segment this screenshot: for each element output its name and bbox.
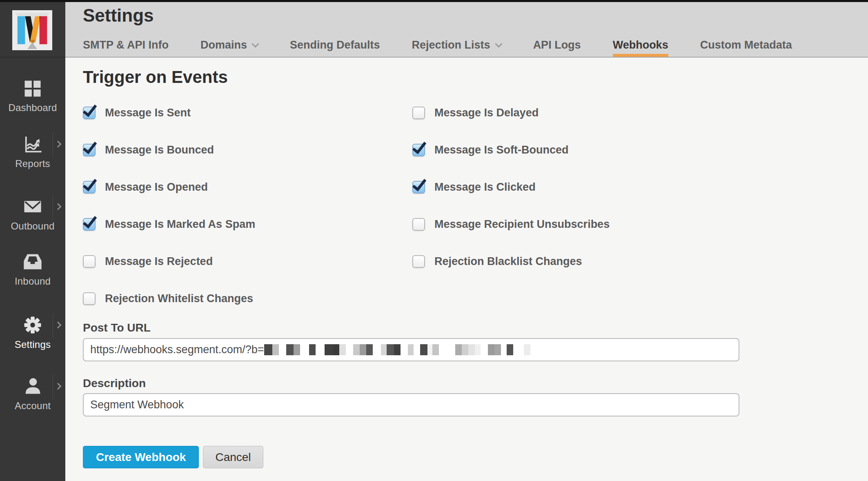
inbound-tray-icon: [0, 250, 65, 273]
redacted-block: [272, 344, 279, 355]
description-label: Description: [83, 377, 146, 390]
redacted-block: [468, 344, 475, 355]
redacted-block: [264, 344, 272, 355]
redacted-gap: [316, 344, 325, 355]
header: Settings SMTP & API Info Domains Sending…: [65, 2, 868, 58]
redacted-block: [420, 344, 427, 355]
redacted-block: [427, 344, 432, 355]
tab-webhooks[interactable]: Webhooks: [613, 33, 668, 57]
sidebar-item-inbound[interactable]: Inbound: [0, 250, 65, 287]
event-option-rejection-whitelist-changes: Rejection Whitelist Changes: [83, 280, 412, 317]
checkbox-message-is-rejected[interactable]: [83, 255, 96, 268]
checkbox-rejection-blacklist-changes[interactable]: [412, 255, 425, 268]
mandrill-logo[interactable]: [12, 10, 52, 50]
event-option-message-is-soft-bounced: Message Is Soft-Bounced: [412, 131, 610, 169]
event-option-message-is-rejected: Message Is Rejected: [83, 243, 412, 280]
post-to-url-input[interactable]: https://webhooks.segment.com/?b=: [83, 338, 739, 361]
redacted-block: [286, 344, 294, 355]
redacted-block: [524, 344, 530, 355]
event-option-rejection-blacklist-changes: Rejection Blacklist Changes: [412, 243, 610, 280]
redacted-gap: [373, 344, 381, 355]
sidebar-item-settings[interactable]: Settings: [0, 314, 65, 350]
redacted-block: [408, 344, 414, 355]
redacted-block: [353, 344, 360, 355]
redacted-block: [360, 344, 366, 355]
section-heading: Trigger on Events: [83, 67, 228, 87]
sidebar: Dashboard Reports Outbound Inbound Setti…: [0, 2, 65, 481]
sidebar-divider: [0, 57, 65, 58]
description-value: Segment Webhook: [90, 399, 184, 411]
chevron-down-icon: [251, 40, 259, 47]
sidebar-item-reports[interactable]: Reports: [0, 133, 65, 169]
redacted-block: [475, 344, 481, 355]
chevron-down-icon: [495, 40, 502, 47]
redacted-block: [394, 344, 401, 355]
cancel-button[interactable]: Cancel: [203, 446, 263, 468]
sidebar-item-outbound[interactable]: Outbound: [0, 195, 65, 232]
sidebar-item-separator: [53, 132, 53, 157]
redacted-gap: [501, 344, 507, 355]
redacted-block: [381, 344, 387, 355]
sidebar-item-account[interactable]: Account: [0, 375, 65, 412]
redacted-block: [294, 344, 300, 355]
checkbox-message-is-opened[interactable]: [83, 181, 96, 194]
redacted-block: [432, 344, 439, 355]
description-input[interactable]: Segment Webhook: [83, 393, 739, 416]
event-option-message-is-clicked: Message Is Clicked: [412, 169, 610, 206]
checkbox-message-is-clicked[interactable]: [412, 181, 425, 194]
checkbox-message-is-delayed[interactable]: [412, 107, 425, 119]
redacted-gap: [401, 344, 408, 355]
redacted-gap: [346, 344, 353, 355]
tab-rejection-lists[interactable]: Rejection Lists: [412, 33, 501, 57]
post-to-url-value: https://webhooks.segment.com/?b=: [90, 344, 264, 355]
redacted-block: [387, 344, 394, 355]
redacted-block: [334, 344, 339, 355]
tab-smtp-api-info[interactable]: SMTP & API Info: [83, 33, 169, 57]
sidebar-item-dashboard[interactable]: Dashboard: [0, 77, 65, 114]
redacted-block: [366, 344, 373, 355]
redacted-gap: [513, 344, 524, 355]
checkbox-message-is-sent[interactable]: [83, 107, 96, 119]
main-content: Trigger on Events Message Is Sent Messag…: [65, 58, 868, 481]
create-webhook-button[interactable]: Create Webhook: [83, 446, 199, 468]
event-option-message-is-opened: Message Is Opened: [83, 169, 412, 206]
redacted-block: [339, 344, 346, 355]
event-option-message-is-marked-as-spam: Message Is Marked As Spam: [83, 206, 412, 243]
event-option-message-recipient-unsubscribes: Message Recipient Unsubscribes: [412, 206, 610, 243]
event-option-message-is-bounced: Message Is Bounced: [83, 131, 412, 169]
event-option-message-is-sent: Message Is Sent: [83, 94, 412, 131]
event-option-message-is-delayed: Message Is Delayed: [412, 94, 610, 131]
redacted-block: [488, 344, 494, 355]
redacted-gap: [300, 344, 309, 355]
checkbox-message-is-marked-as-spam[interactable]: [83, 218, 96, 231]
redacted-block: [462, 344, 468, 355]
tab-api-logs[interactable]: API Logs: [533, 33, 581, 57]
redacted-gap: [279, 344, 286, 355]
sidebar-item-separator: [53, 313, 53, 338]
checkbox-message-is-soft-bounced[interactable]: [412, 144, 425, 156]
sidebar-item-separator: [53, 374, 53, 399]
sidebar-item-separator: [53, 194, 53, 220]
tab-bar: SMTP & API Info Domains Sending Defaults…: [83, 33, 792, 57]
redacted-block: [309, 344, 316, 355]
post-to-url-label: Post To URL: [83, 321, 151, 334]
tab-sending-defaults[interactable]: Sending Defaults: [290, 33, 380, 57]
button-row: Create Webhook Cancel: [83, 446, 263, 468]
tab-custom-metadata[interactable]: Custom Metadata: [700, 33, 792, 57]
events-grid: Message Is Sent Message Is Delayed Messa…: [83, 94, 610, 317]
checkbox-rejection-whitelist-changes[interactable]: [83, 292, 96, 305]
checkbox-message-is-bounced[interactable]: [83, 144, 96, 156]
redacted-gap: [481, 344, 488, 355]
redacted-gap: [414, 344, 420, 355]
redacted-block: [494, 344, 501, 355]
redacted-block: [507, 344, 513, 355]
dashboard-grid-icon: [0, 77, 65, 100]
page-title: Settings: [83, 5, 154, 26]
redacted-url-segment: [264, 344, 530, 355]
redacted-gap: [439, 344, 455, 355]
checkbox-message-recipient-unsubscribes[interactable]: [412, 218, 425, 231]
redacted-block: [455, 344, 462, 355]
redacted-block: [325, 344, 334, 355]
tab-domains[interactable]: Domains: [200, 33, 258, 57]
